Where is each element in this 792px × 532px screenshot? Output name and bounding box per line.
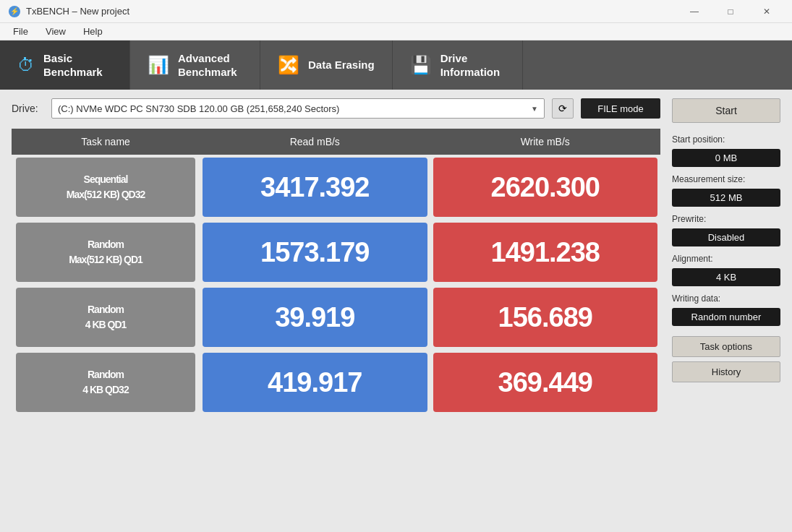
tab-drive-information[interactable]: 💾 DriveInformation [393, 40, 523, 90]
app-icon: ⚡ [9, 6, 20, 17]
tab-bar: ⏱ BasicBenchmark 📊 AdvancedBenchmark 🔀 D… [0, 40, 792, 90]
history-button[interactable]: History [672, 361, 780, 382]
data-erasing-icon: 🔀 [278, 55, 299, 75]
read-cell-0: 3417.392 [200, 155, 430, 220]
drive-row: Drive: (C:) NVMe WDC PC SN730 SDB 120.00… [12, 98, 660, 119]
benchmark-table: Task name Read mB/s Write mB/s Sequentia… [12, 129, 660, 415]
drive-information-icon: 💾 [410, 55, 432, 75]
task-sub-2: 4 KB QD1 [85, 317, 127, 332]
col-write: Write mB/s [430, 129, 661, 155]
tab-basic-benchmark[interactable]: ⏱ BasicBenchmark [0, 40, 130, 90]
drive-label: Drive: [12, 103, 44, 114]
write-cell-1: 1491.238 [430, 220, 661, 285]
task-cell-1: Random Max(512 KB) QD1 [12, 220, 200, 285]
write-cell-2: 156.689 [430, 285, 661, 350]
drive-refresh-button[interactable]: ⟳ [552, 98, 574, 119]
prewrite-label: Prewrite: [672, 214, 780, 224]
task-sub-1: Max(512 KB) QD1 [69, 252, 142, 267]
tab-data-erasing-label: Data Erasing [308, 58, 375, 72]
alignment-value: 4 KB [672, 268, 780, 286]
task-cell-3: Random 4 KB QD32 [12, 350, 200, 415]
minimize-button[interactable]: — [678, 0, 711, 23]
menu-bar: File View Help [0, 23, 792, 40]
task-options-button[interactable]: Task options [672, 336, 780, 357]
col-task-name: Task name [12, 129, 200, 155]
task-sub-3: 4 KB QD32 [82, 382, 128, 398]
window-title: TxBENCH – New project [26, 6, 129, 17]
maximize-button[interactable]: □ [714, 0, 747, 23]
task-label-1: Random [88, 237, 124, 252]
main-content: Drive: (C:) NVMe WDC PC SN730 SDB 120.00… [0, 90, 792, 532]
tab-drive-information-label: DriveInformation [440, 51, 501, 80]
task-label-2: Random [88, 302, 124, 317]
title-bar: ⚡ TxBENCH – New project — □ ✕ [0, 0, 792, 23]
task-label-3: Random [88, 367, 124, 382]
refresh-icon: ⟳ [558, 103, 567, 114]
measurement-size-value: 512 MB [672, 189, 780, 207]
tab-data-erasing[interactable]: 🔀 Data Erasing [260, 40, 393, 90]
tab-advanced-benchmark-label: AdvancedBenchmark [178, 51, 237, 80]
drive-select-dropdown[interactable]: (C:) NVMe WDC PC SN730 SDB 120.00 GB (25… [51, 98, 545, 119]
table-row: Random 4 KB QD32 419.917 369.449 [12, 350, 660, 415]
task-sub-0: Max(512 KB) QD32 [67, 187, 145, 202]
read-cell-2: 39.919 [200, 285, 430, 350]
start-position-label: Start position: [672, 134, 780, 145]
task-label-0: Sequential [84, 172, 128, 187]
menu-view[interactable]: View [38, 25, 73, 38]
measurement-size-label: Measurement size: [672, 174, 780, 184]
alignment-label: Alignment: [672, 254, 780, 264]
write-cell-3: 369.449 [430, 350, 661, 415]
file-mode-button[interactable]: FILE mode [581, 98, 660, 119]
writing-data-value: Random number [672, 308, 780, 326]
write-cell-0: 2620.300 [430, 155, 661, 220]
table-row: Random Max(512 KB) QD1 1573.179 1491.238 [12, 220, 660, 285]
task-cell-2: Random 4 KB QD1 [12, 285, 200, 350]
chevron-down-icon: ▼ [531, 105, 538, 113]
prewrite-value: Disabled [672, 228, 780, 246]
basic-benchmark-icon: ⏱ [17, 55, 35, 75]
drive-select-value: (C:) NVMe WDC PC SN730 SDB 120.00 GB (25… [58, 103, 339, 114]
tab-basic-benchmark-label: BasicBenchmark [43, 51, 103, 80]
menu-help[interactable]: Help [76, 25, 110, 38]
right-panel: Start Start position: 0 MB Measurement s… [672, 98, 780, 523]
table-row: Random 4 KB QD1 39.919 156.689 [12, 285, 660, 350]
task-cell-0: Sequential Max(512 KB) QD32 [12, 155, 200, 220]
start-button[interactable]: Start [672, 98, 780, 123]
close-button[interactable]: ✕ [750, 0, 783, 23]
left-panel: Drive: (C:) NVMe WDC PC SN730 SDB 120.00… [12, 98, 660, 523]
col-read: Read mB/s [200, 129, 430, 155]
read-cell-3: 419.917 [200, 350, 430, 415]
menu-file[interactable]: File [6, 25, 35, 38]
table-row: Sequential Max(512 KB) QD32 3417.392 262… [12, 155, 660, 220]
advanced-benchmark-icon: 📊 [148, 55, 169, 75]
start-position-value: 0 MB [672, 149, 780, 167]
read-cell-1: 1573.179 [200, 220, 430, 285]
tab-advanced-benchmark[interactable]: 📊 AdvancedBenchmark [130, 40, 260, 90]
writing-data-label: Writing data: [672, 293, 780, 304]
